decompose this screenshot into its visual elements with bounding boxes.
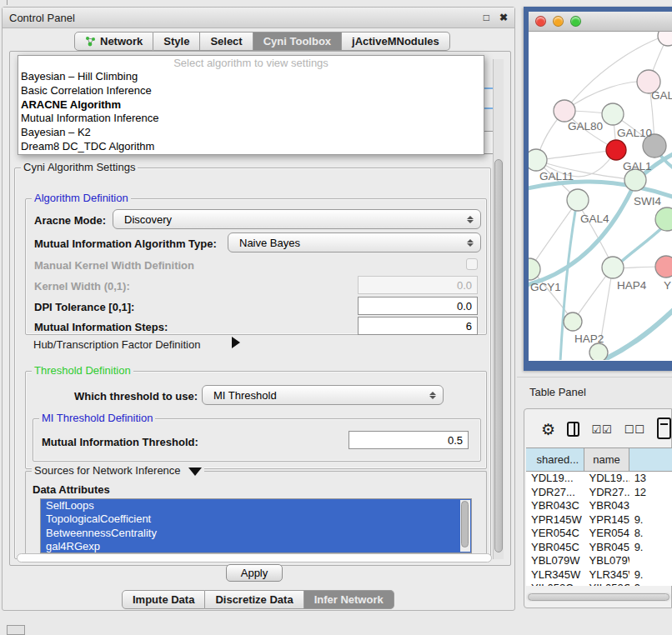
cyni-algorithm-settings-title: Cyni Algorithm Settings	[21, 162, 138, 173]
table-row[interactable]: YBL079WYBL079W	[526, 554, 672, 568]
mi-steps-field[interactable]	[358, 317, 478, 335]
float-window-icon[interactable]: □	[484, 12, 489, 22]
tab-style[interactable]: Style	[153, 32, 200, 51]
attribute-item-betweennesscentrality[interactable]: BetweennessCentrality	[41, 527, 471, 540]
table-row[interactable]: YLR345WYLR345W9.	[526, 568, 672, 582]
zoom-traffic-light-icon[interactable]	[570, 16, 581, 27]
table-row[interactable]: YDR27...YDR27...12	[526, 486, 672, 500]
table-row[interactable]: YBR045CYBR045C9.	[526, 541, 672, 555]
kernel-width-field	[358, 276, 478, 294]
algorithm-definition-title: Algorithm Definition	[32, 192, 131, 204]
algorithm-option-bayesian-hill-climbing[interactable]: Bayesian – Hill Climbing	[18, 70, 484, 84]
split-columns-icon[interactable]	[567, 422, 579, 437]
collapse-arrow-icon[interactable]	[188, 468, 202, 476]
table-row[interactable]: YDL19...YDL19...13	[526, 472, 672, 486]
table-doc-icon[interactable]	[657, 418, 671, 439]
algorithm-definition-group: Algorithm Definition Aracne Mode: Discov…	[25, 198, 487, 335]
label-gal11: GAL11	[539, 170, 574, 182]
control-panel-titlebar: Control Panel □ ✖	[3, 8, 514, 28]
node-table: shared... name YDL19...YDL19...13 YDR27.…	[526, 448, 672, 586]
algorithm-option-mutual-information[interactable]: Mutual Information Inference	[18, 112, 484, 126]
expand-arrow-icon[interactable]	[232, 337, 240, 348]
node-partial-top[interactable]	[658, 32, 672, 46]
node-y-partial[interactable]	[655, 256, 672, 278]
algorithm-option-basic-correlation[interactable]: Basic Correlation Inference	[18, 84, 484, 98]
label-gal-partial: GAL	[651, 89, 672, 102]
minimize-traffic-light-icon[interactable]	[553, 16, 564, 27]
node-gal4[interactable]	[567, 189, 589, 211]
select-all-icon[interactable]: ☑☑	[591, 423, 612, 436]
node-partial-bottom[interactable]	[589, 343, 608, 360]
tab-cyni-toolbox[interactable]: Cyni Toolbox	[253, 32, 342, 51]
divider-tick	[7, 0, 8, 5]
attribute-item-gal4rgexp[interactable]: gal4RGexp	[41, 540, 471, 553]
algorithm-option-aracne[interactable]: ARACNE Algorithm	[18, 98, 484, 112]
close-traffic-light-icon[interactable]	[535, 16, 546, 27]
algorithm-option-dream8[interactable]: Dream8 DC_TDC Algorithm	[18, 140, 484, 154]
column-header-name[interactable]: name	[584, 448, 629, 472]
aracne-mode-select[interactable]: Discovery	[113, 209, 481, 229]
column-header-shared[interactable]: shared...	[526, 448, 584, 472]
table-row[interactable]: YER054CYER054C8.	[526, 527, 672, 541]
table-header-row: shared... name	[526, 448, 672, 472]
table-row[interactable]: YBR043CYBR043C	[526, 499, 672, 513]
threshold-definition-group: Threshold Definition Which threshold to …	[25, 371, 487, 469]
column-header-partial[interactable]	[629, 448, 672, 472]
settings-vertical-scrollbar[interactable]	[493, 59, 504, 559]
mi-algorithm-type-label: Mutual Information Algorithm Type:	[34, 238, 217, 250]
sources-title: Sources for Network Inference	[32, 465, 204, 477]
table-row[interactable]: YPR145WYPR145W9.	[526, 513, 672, 528]
table-toolbar: ⚙ ☑☑ ☐☐	[524, 414, 671, 444]
tab-impute-data[interactable]: Impute Data	[122, 590, 205, 609]
partial-bottom-icon	[7, 625, 25, 635]
deselect-all-icon[interactable]: ☐☐	[624, 423, 645, 436]
node-gal10[interactable]	[602, 103, 624, 125]
table-horizontal-scrollbar[interactable]	[526, 592, 671, 602]
hub-tf-definition-label[interactable]: Hub/Transcription Factor Definition	[33, 338, 200, 351]
tab-jactivemnodules[interactable]: jActiveMNodules	[342, 32, 450, 51]
table-scrollbar-thumb[interactable]	[528, 593, 669, 601]
algorithm-option-bayesian-k2[interactable]: Bayesian – K2	[18, 126, 484, 140]
table-panel-divider	[517, 377, 672, 378]
attributes-scrollbar-thumb[interactable]	[461, 501, 469, 548]
cyni-algorithm-settings-group: Cyni Algorithm Settings Algorithm Defini…	[14, 168, 491, 559]
node-green-bright[interactable]	[655, 208, 672, 231]
dpi-tolerance-field[interactable]	[358, 297, 478, 315]
settings-horizontal-scrollbar[interactable]	[17, 553, 492, 562]
bottom-tabs: Impute Data Discretize Data Infer Networ…	[122, 590, 394, 609]
node-hap4[interactable]	[602, 257, 624, 278]
node-hap2[interactable]	[564, 312, 582, 331]
node-gal80[interactable]	[554, 100, 575, 122]
network-graph: GAL GAL80 GAL10 GAL1 GAL11 SWI4 GAL4 GCY…	[529, 32, 672, 360]
kernel-width-label: Kernel Width (0,1):	[34, 280, 130, 292]
tab-discretize-data[interactable]: Discretize Data	[205, 590, 303, 609]
mi-threshold-label: Mutual Information Threshold:	[42, 436, 198, 448]
attribute-item-selfloops[interactable]: SelfLoops	[41, 499, 471, 512]
attributes-scrollbar[interactable]	[460, 500, 470, 552]
mi-steps-label: Mutual Information Steps:	[34, 321, 168, 333]
tab-network[interactable]: Network	[74, 32, 153, 51]
combo-spinner-icon	[429, 392, 436, 399]
close-window-icon[interactable]: ✖	[499, 12, 508, 22]
node-gcy1[interactable]	[529, 258, 540, 280]
which-threshold-label: Which threshold to use:	[74, 390, 198, 402]
control-panel-tabs: Network Style Select Cyni Toolbox jActiv…	[74, 32, 450, 51]
combo-spinner-icon	[467, 216, 474, 223]
table-row[interactable]: YIL052CYIL052C9	[526, 582, 672, 586]
mi-threshold-field[interactable]	[349, 431, 469, 449]
data-attributes-list[interactable]: SelfLoops TopologicalCoefficient Between…	[40, 498, 472, 553]
which-threshold-select[interactable]: MI Threshold	[202, 385, 444, 405]
tab-select[interactable]: Select	[200, 32, 253, 51]
node-gal1-selected[interactable]	[606, 140, 626, 160]
settings-scrollbar-thumb[interactable]	[494, 159, 503, 552]
network-canvas[interactable]: GAL GAL80 GAL10 GAL1 GAL11 SWI4 GAL4 GCY…	[529, 32, 672, 360]
gear-icon[interactable]: ⚙	[541, 422, 555, 438]
label-gal1: GAL1	[623, 160, 652, 172]
apply-button[interactable]: Apply	[226, 564, 283, 582]
network-window-titlebar	[529, 12, 672, 32]
mi-algorithm-type-select[interactable]: Naive Bayes	[228, 232, 481, 252]
attribute-item-topologicalcoefficient[interactable]: TopologicalCoefficient	[41, 512, 471, 526]
mi-threshold-definition-group: MI Threshold Definition Mutual Informati…	[33, 418, 481, 462]
node-gal11[interactable]	[529, 149, 547, 171]
tab-infer-network[interactable]: Infer Network	[304, 590, 394, 609]
